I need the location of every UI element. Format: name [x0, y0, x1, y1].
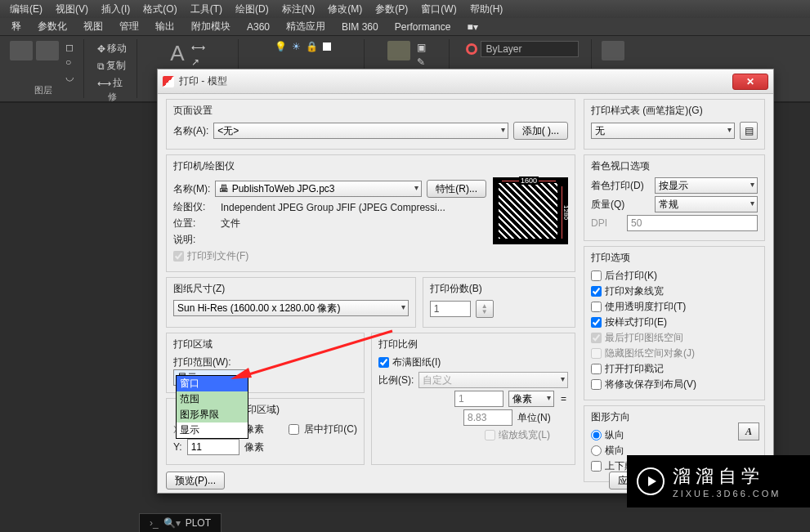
menu-help[interactable]: 帮助(H)	[463, 1, 510, 18]
preview-button[interactable]: 预览(P)...	[166, 472, 225, 490]
menu-edit[interactable]: 编辑(E)	[3, 1, 49, 18]
ribbon-tab-8[interactable]: BIM 360	[333, 20, 387, 34]
leader-icon[interactable]: ↗	[188, 56, 208, 69]
sun-icon[interactable]: ☀	[292, 41, 301, 52]
plot-style-table-select[interactable]: 无	[591, 123, 735, 139]
ribbon-tab-4[interactable]: 输出	[147, 18, 183, 35]
menu-dimension[interactable]: 标注(N)	[275, 1, 322, 18]
menu-modify[interactable]: 修改(M)	[321, 1, 369, 18]
landscape-radio[interactable]	[591, 445, 602, 456]
portrait-radio[interactable]	[591, 430, 602, 440]
plot-option-3-checkbox[interactable]	[591, 317, 602, 328]
copies-group: 打印份数(B) ▲▼	[423, 277, 575, 328]
menu-tools[interactable]: 工具(T)	[184, 1, 229, 18]
plotter-value: Independent JPEG Group JFIF (JPEG Compre…	[221, 202, 445, 213]
paper-size-select[interactable]: Sun Hi-Res (1600.00 x 1280.00 像素)	[173, 300, 409, 316]
group-icon[interactable]	[602, 41, 624, 60]
copies-title: 打印份数(B)	[430, 282, 568, 296]
arc-icon[interactable]	[36, 41, 59, 60]
fit-to-paper-label: 布满图纸(I)	[392, 355, 441, 369]
ellipse-icon[interactable]: ◡	[62, 70, 77, 83]
dd-option-display[interactable]: 显示	[177, 422, 248, 438]
dd-option-extents[interactable]: 范围	[177, 391, 248, 407]
orientation-title: 图形方向	[591, 410, 758, 424]
plotter-label: 绘图仪:	[173, 200, 216, 214]
plot-option-7-checkbox[interactable]	[591, 379, 602, 390]
scale-unit-select[interactable]: 像素	[508, 391, 554, 407]
add-button[interactable]: 添加( )...	[513, 122, 568, 140]
quality-select[interactable]: 常规	[655, 196, 758, 212]
ribbon-group-modify: ✥ 移动 ⧉ 复制 ⟷ 拉 修	[87, 39, 137, 98]
plot-range-label: 打印范围(W):	[173, 355, 357, 369]
properties-button[interactable]: 特性(R)...	[427, 180, 486, 198]
ribbon-tab-focus[interactable]: ■▾	[459, 20, 486, 34]
dd-option-window[interactable]: 窗口	[177, 376, 248, 391]
scale-lineweight-checkbox	[485, 430, 495, 440]
plot-option-0-checkbox[interactable]	[591, 270, 602, 281]
menu-insert[interactable]: 插入(I)	[95, 1, 136, 18]
ribbon-tab-7[interactable]: 精选应用	[278, 18, 333, 35]
ribbon-tab-2[interactable]: 视图	[75, 18, 111, 35]
bulb-icon[interactable]: 💡	[275, 41, 287, 52]
y-unit-label: 像素	[244, 440, 264, 454]
menu-view[interactable]: 视图(V)	[49, 1, 95, 18]
copy-button[interactable]: ⧉ 复制	[94, 58, 130, 74]
y-offset-input[interactable]	[187, 439, 239, 455]
center-checkbox[interactable]	[289, 424, 299, 435]
plot-option-2-checkbox[interactable]	[591, 302, 602, 312]
plot-range-dropdown[interactable]: 窗口 范围 图形界限 显示	[176, 375, 248, 439]
lock-icon[interactable]: 🔒	[306, 41, 318, 52]
menu-window[interactable]: 窗口(W)	[414, 1, 463, 18]
page-setup-title: 页面设置	[173, 104, 568, 118]
layer-swatch-icon[interactable]	[323, 42, 331, 51]
stretch-button[interactable]: ⟷ 拉	[94, 75, 130, 91]
play-icon	[637, 467, 665, 495]
unit-n-label: 单位(N)	[517, 411, 568, 425]
plot-option-6-label: 打开打印戳记	[605, 362, 664, 376]
printer-select[interactable]: 🖶 PublishToWeb JPG.pc3	[215, 181, 422, 197]
plot-style-edit-button[interactable]: ▤	[740, 122, 758, 140]
dialog-title: 打印 - 模型	[179, 74, 732, 88]
dialog-titlebar[interactable]: 打印 - 模型 ✕	[158, 69, 773, 94]
equals-sign: =	[559, 393, 568, 405]
line-icon[interactable]	[10, 41, 33, 60]
page-setup-select[interactable]: <无>	[213, 123, 508, 139]
menu-draw[interactable]: 绘图(D)	[229, 1, 275, 18]
plot-option-5-label: 隐藏图纸空间对象(J)	[605, 346, 695, 360]
insert-block-icon[interactable]	[387, 41, 410, 60]
close-button[interactable]: ✕	[732, 74, 768, 90]
plot-scale-group: 打印比例 布满图纸(I) 比例(S):自定义 像素= 单位(N) 缩放线宽(L)	[371, 333, 575, 465]
dd-option-limits[interactable]: 图形界限	[177, 407, 248, 422]
menu-format[interactable]: 格式(O)	[136, 1, 183, 18]
circle-icon[interactable]: ○	[62, 56, 77, 69]
create-block-icon[interactable]: ▣	[414, 41, 429, 54]
polyline-icon[interactable]: ◻	[62, 41, 77, 54]
ribbon-tab-5[interactable]: 附加模块	[183, 18, 239, 35]
center-label: 居中打印(C)	[304, 422, 357, 436]
plot-option-6-checkbox[interactable]	[591, 364, 602, 374]
color-wheel-icon[interactable]	[466, 43, 477, 55]
menu-parametric[interactable]: 参数(P)	[369, 1, 414, 18]
move-button[interactable]: ✥ 移动	[94, 41, 130, 56]
command-line[interactable]: ›_ 🔍▾ PLOT	[139, 513, 222, 532]
dim-icon[interactable]: ⟷	[188, 41, 208, 54]
layer-combo[interactable]: ByLayer	[481, 41, 579, 57]
plot-options-group: 打印选项 后台打印(K)打印对象线宽使用透明度打印(T)按样式打印(E)最后打印…	[584, 246, 765, 400]
scale-lineweight-label: 缩放线宽(L)	[499, 428, 550, 442]
ribbon-tab-6[interactable]: A360	[239, 20, 278, 34]
ribbon-tab-9[interactable]: Performance	[387, 20, 459, 34]
paper-size-group: 图纸尺寸(Z) Sun Hi-Res (1600.00 x 1280.00 像素…	[166, 277, 416, 328]
upside-down-checkbox[interactable]	[591, 461, 602, 472]
preview-width: 1600	[519, 177, 539, 185]
plot-option-1-checkbox[interactable]	[591, 286, 602, 297]
scale-denominator-input	[463, 409, 512, 426]
plot-option-3-label: 按样式打印(E)	[605, 315, 667, 329]
ribbon-tab-1[interactable]: 参数化	[29, 18, 75, 35]
plot-option-2-label: 使用透明度打印(T)	[605, 300, 686, 314]
ribbon-tab-0[interactable]: 释	[3, 18, 29, 35]
shade-plot-select[interactable]: 按显示	[655, 177, 758, 194]
plot-to-file-checkbox	[173, 251, 184, 262]
ribbon-tab-3[interactable]: 管理	[111, 18, 147, 35]
edit-block-icon[interactable]: ✎	[414, 56, 429, 69]
fit-to-paper-checkbox[interactable]	[378, 357, 389, 368]
